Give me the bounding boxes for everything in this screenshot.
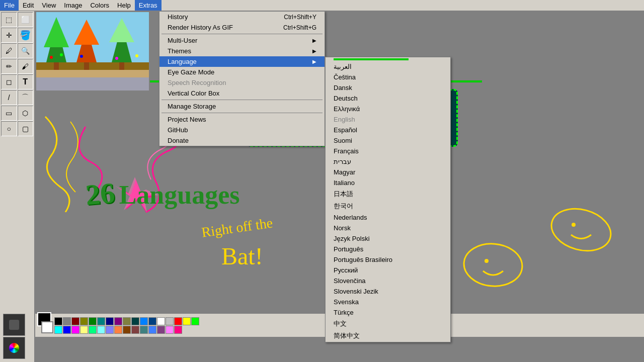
color-swatch-ffff00[interactable]	[183, 317, 191, 325]
lang-portuguese-br[interactable]: Português Brasileiro	[326, 254, 450, 265]
brush-tool[interactable]: 🖌	[18, 59, 34, 74]
lang-norwegian[interactable]: Norsk	[326, 223, 450, 233]
manage-storage-label: Manage Storage	[168, 103, 216, 110]
color-swatch-ffffff[interactable]	[157, 317, 165, 325]
color-swatch-ff0000[interactable]	[174, 317, 182, 325]
color-swatch-00ffff[interactable]	[54, 326, 62, 334]
lang-chinese-tw[interactable]: 中文	[326, 318, 450, 330]
zoom-tool[interactable]: 🔍	[18, 43, 34, 58]
color-swatch-804080[interactable]	[157, 326, 165, 334]
ellipse-tool[interactable]: ○	[1, 121, 17, 136]
menu-donate[interactable]: Donate	[159, 135, 325, 146]
color-swatch-804000[interactable]	[123, 326, 131, 334]
color-swatch-808000[interactable]	[80, 317, 88, 325]
line-tool[interactable]: /	[1, 90, 17, 105]
lang-korean[interactable]: 한국어	[326, 200, 450, 212]
menu-colors[interactable]: Colors	[86, 0, 113, 11]
lang-japanese[interactable]: 日本語	[326, 188, 450, 200]
color-swatch-800000[interactable]	[71, 317, 79, 325]
color-swatch-008000[interactable]	[89, 317, 97, 325]
lang-arabic[interactable]: العربية	[326, 61, 450, 72]
menu-image[interactable]: Image	[60, 0, 86, 11]
color-swatch-808040[interactable]	[123, 317, 131, 325]
color-swatch-80ffff[interactable]	[97, 326, 105, 334]
color-swatch-8080ff[interactable]	[106, 326, 114, 334]
menu-multiuser[interactable]: Multi-User ▶	[159, 35, 325, 46]
text-tool[interactable]: T	[18, 74, 34, 89]
lang-french[interactable]: Français	[326, 146, 450, 156]
menu-render-gif[interactable]: Render History As GIF Ctrl+Shift+G	[159, 22, 325, 33]
lang-russian[interactable]: Русский	[326, 265, 450, 276]
lang-italian[interactable]: Italiano	[326, 177, 450, 188]
menu-manage-storage[interactable]: Manage Storage	[159, 101, 325, 112]
menu-themes[interactable]: Themes ▶	[159, 46, 325, 56]
lang-dutch[interactable]: Nederlands	[326, 212, 450, 223]
poly-tool[interactable]: ⬡	[18, 106, 34, 121]
curve-tool[interactable]: ⌒	[18, 90, 34, 105]
color-swatch-00ff80[interactable]	[89, 326, 97, 334]
lang-spanish[interactable]: Español	[326, 125, 450, 135]
menu-eyegaze[interactable]: Eye Gaze Mode	[159, 67, 325, 77]
lang-polish[interactable]: Język Polski	[326, 233, 450, 244]
lang-turkish[interactable]: Türkçe	[326, 307, 450, 318]
lang-czech[interactable]: Čeština	[326, 72, 450, 82]
eyedropper-tool[interactable]: 🖊	[1, 43, 17, 58]
lang-english[interactable]: English	[326, 114, 450, 125]
lang-slovenian[interactable]: Slovenski Jezik	[326, 286, 450, 297]
lang-portuguese[interactable]: Português	[326, 244, 450, 254]
color-swatch-ff0080[interactable]	[174, 326, 182, 334]
svg-point-13	[80, 55, 83, 58]
menu-extras[interactable]: Extras	[135, 0, 162, 11]
lang-hungarian[interactable]: Magyar	[326, 167, 450, 177]
menu-view[interactable]: View	[38, 0, 60, 11]
fill-tool[interactable]: 🪣	[18, 28, 34, 43]
select-free-tool[interactable]: ⬜	[18, 12, 34, 27]
lang-swedish[interactable]: Svenska	[326, 297, 450, 307]
menu-file[interactable]: File	[0, 0, 19, 11]
lang-slovak[interactable]: Slovenčina	[326, 276, 450, 286]
color-swatch-000000[interactable]	[54, 317, 62, 325]
color-swatch-ffff80[interactable]	[80, 326, 88, 334]
lang-hebrew[interactable]: עברית	[326, 156, 450, 167]
color-swatch-ff8040[interactable]	[114, 326, 122, 334]
color-swatch-408080[interactable]	[140, 326, 148, 334]
lang-danish[interactable]: Dansk	[326, 82, 450, 93]
color-swatch-000080[interactable]	[106, 317, 114, 325]
color-swatch-0080FF[interactable]	[140, 317, 148, 325]
menu-language[interactable]: Language ▶	[159, 56, 325, 67]
current-colors	[37, 312, 51, 338]
move-tool[interactable]: ✛	[1, 28, 17, 43]
menu-verticalcolor[interactable]: Vertical Color Box	[159, 88, 325, 99]
menu-project-news[interactable]: Project News	[159, 114, 325, 125]
color-swatch-00ff00[interactable]	[191, 317, 199, 325]
color-swatch-ff00ff[interactable]	[71, 326, 79, 334]
lang-finnish[interactable]: Suomi	[326, 135, 450, 146]
color-swatch-004040[interactable]	[131, 317, 139, 325]
lang-german[interactable]: Deutsch	[326, 93, 450, 104]
color-swatch-800080[interactable]	[114, 317, 122, 325]
language-submenu: العربية Čeština Dansk Deutsch Ελληνικά E…	[325, 57, 451, 342]
select-rect-tool[interactable]: ⬚	[1, 12, 17, 27]
rect-tool[interactable]: ▭	[1, 106, 17, 121]
menu-edit[interactable]: Edit	[19, 0, 38, 11]
eraser-tool[interactable]: ◻	[1, 74, 17, 89]
color-swatch-008080[interactable]	[97, 317, 105, 325]
menu-github[interactable]: GitHub	[159, 125, 325, 135]
menu-help[interactable]: Help	[113, 0, 135, 11]
background-color[interactable]	[41, 321, 53, 333]
color-swatch-ff80ff[interactable]	[166, 326, 174, 334]
color-swatch-4080ff[interactable]	[148, 326, 156, 334]
themes-label: Themes	[168, 47, 191, 55]
history-shortcut: Ctrl+Shift+Y	[284, 14, 316, 21]
color-swatch-0000ff[interactable]	[63, 326, 71, 334]
brush-preview	[3, 314, 25, 336]
color-swatch-c0c0c0[interactable]	[166, 317, 174, 325]
color-swatch-004080[interactable]	[148, 317, 156, 325]
pencil-tool[interactable]: ✏	[1, 59, 17, 74]
color-swatch-804040[interactable]	[131, 326, 139, 334]
lang-greek[interactable]: Ελληνικά	[326, 104, 450, 114]
rounded-rect-tool[interactable]: ▢	[18, 121, 34, 136]
menu-history[interactable]: History Ctrl+Shift+Y	[159, 12, 325, 22]
color-swatch-808080[interactable]	[63, 317, 71, 325]
lang-chinese-cn[interactable]: 简体中文	[326, 330, 450, 342]
